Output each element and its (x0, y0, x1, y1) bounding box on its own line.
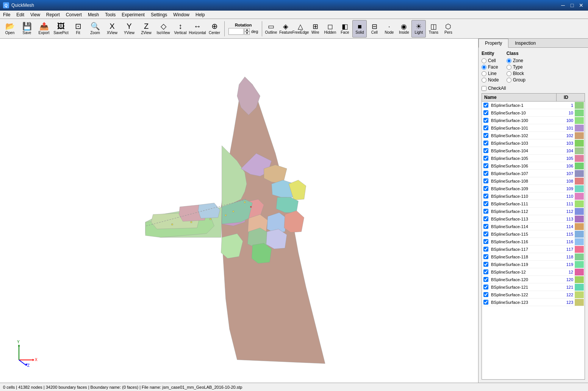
entity-checkbox[interactable] (483, 148, 488, 153)
entity-checkbox[interactable] (483, 262, 488, 267)
entity-row[interactable]: BSplineSurface-119 119 (482, 261, 585, 268)
entity-checkbox[interactable] (483, 231, 488, 236)
toolbar-btn-vertical[interactable]: ↕Vertical (172, 20, 189, 38)
close-button[interactable]: ✕ (577, 2, 585, 9)
toolbar-btn-fit[interactable]: ⊡Fit (70, 20, 86, 38)
toolbar-btn-isoview[interactable]: ◇IsoView (155, 20, 172, 38)
class-radio-zone[interactable] (507, 58, 511, 63)
class-radio-group[interactable] (507, 78, 511, 83)
entity-checkbox[interactable] (483, 125, 488, 130)
menu-item-report[interactable]: Report (43, 11, 63, 18)
view-btn-outline[interactable]: ▭Outline (264, 20, 278, 38)
class-option-block[interactable]: Block (507, 71, 525, 76)
entity-checkbox[interactable] (483, 178, 488, 183)
view-btn-inside[interactable]: ◉Inside (397, 20, 411, 38)
class-option-type[interactable]: Type (507, 64, 525, 70)
entity-checkbox-cell[interactable] (482, 103, 489, 108)
entity-checkbox-cell[interactable] (482, 141, 489, 145)
class-radio-type[interactable] (507, 65, 511, 70)
entity-row[interactable]: BSplineSurface-10 10 (482, 109, 585, 117)
panel-tab-property[interactable]: Property (479, 39, 508, 48)
entity-option-line[interactable]: Line (482, 71, 499, 76)
entity-checkbox[interactable] (483, 110, 488, 115)
toolbar-btn-xview[interactable]: XXView (104, 20, 120, 38)
entity-row[interactable]: BSplineSurface-110 110 (482, 192, 585, 200)
entity-row[interactable]: BSplineSurface-108 108 (482, 177, 585, 185)
rotation-spinners[interactable]: ▲ ▼ (244, 28, 250, 35)
entity-list[interactable]: BSplineSurface-1 1 BSplineSurface-10 10 … (482, 102, 585, 379)
entity-checkbox-cell[interactable] (482, 254, 489, 259)
entity-checkbox[interactable] (483, 209, 488, 214)
toolbar-btn-zview[interactable]: ZZView (138, 20, 155, 38)
minimize-button[interactable]: ─ (559, 2, 567, 9)
entity-checkbox[interactable] (483, 300, 488, 305)
class-option-group[interactable]: Group (507, 77, 525, 83)
entity-row[interactable]: BSplineSurface-121 121 (482, 283, 585, 291)
entity-checkbox[interactable] (483, 277, 488, 282)
entity-checkbox-cell[interactable] (482, 216, 489, 221)
menu-item-mesh[interactable]: Mesh (85, 11, 102, 18)
class-radio-block[interactable] (507, 71, 511, 76)
panel-tab-inspection[interactable]: Inspection (508, 39, 542, 48)
entity-row[interactable]: BSplineSurface-102 102 (482, 132, 585, 139)
entity-checkbox-cell[interactable] (482, 194, 489, 199)
entity-checkbox-cell[interactable] (482, 171, 489, 176)
entity-checkbox-cell[interactable] (482, 118, 489, 123)
entity-checkbox[interactable] (483, 216, 488, 221)
entity-checkbox[interactable] (483, 201, 488, 206)
entity-row[interactable]: BSplineSurface-112 112 (482, 208, 585, 215)
entity-checkbox[interactable] (483, 292, 488, 297)
rotation-down[interactable]: ▼ (244, 31, 250, 35)
entity-checkbox-cell[interactable] (482, 148, 489, 153)
entity-checkbox-cell[interactable] (482, 231, 489, 236)
entity-checkbox[interactable] (483, 163, 488, 168)
entity-row[interactable]: BSplineSurface-12 12 (482, 268, 585, 276)
entity-row[interactable]: BSplineSurface-117 117 (482, 246, 585, 253)
entity-checkbox-cell[interactable] (482, 186, 489, 191)
entity-checkbox-cell[interactable] (482, 269, 489, 274)
entity-option-face[interactable]: Face (482, 64, 499, 70)
entity-radio-node[interactable] (482, 78, 486, 83)
entity-checkbox[interactable] (483, 224, 488, 229)
entity-checkbox-cell[interactable] (482, 300, 489, 305)
entity-checkbox[interactable] (483, 285, 488, 289)
entity-row[interactable]: BSplineSurface-123 123 (482, 299, 585, 306)
view-btn-pers[interactable]: ⬡Pers (441, 20, 455, 38)
view-btn-light[interactable]: ☀Light (411, 20, 426, 38)
view-btn-cell[interactable]: ⊟Cell (367, 20, 382, 38)
maximize-button[interactable]: □ (568, 2, 576, 9)
toolbar-btn-center[interactable]: ⊕Center (206, 20, 223, 38)
entity-checkbox[interactable] (483, 156, 488, 161)
view-btn-node[interactable]: ·Node (382, 20, 396, 38)
entity-radio-line[interactable] (482, 71, 486, 76)
entity-option-cell[interactable]: Cell (482, 58, 499, 63)
entity-row[interactable]: BSplineSurface-105 105 (482, 155, 585, 162)
menu-item-help[interactable]: Help (192, 11, 208, 18)
entity-checkbox-cell[interactable] (482, 125, 489, 130)
entity-checkbox[interactable] (483, 247, 488, 252)
rotation-input[interactable]: 30 (228, 28, 244, 35)
entity-checkbox-cell[interactable] (482, 178, 489, 183)
entity-checkbox-cell[interactable] (482, 262, 489, 267)
entity-checkbox-cell[interactable] (482, 224, 489, 229)
entity-row[interactable]: BSplineSurface-114 114 (482, 223, 585, 230)
menu-item-view[interactable]: View (27, 11, 43, 18)
menu-item-convert[interactable]: Convert (63, 11, 85, 18)
entity-checkbox[interactable] (483, 194, 488, 199)
view-btn-wire[interactable]: ⊞Wire (308, 20, 322, 38)
view-btn-hidden[interactable]: ◻Hidden (323, 20, 337, 38)
entity-row[interactable]: BSplineSurface-120 120 (482, 276, 585, 283)
entity-row[interactable]: BSplineSurface-100 100 (482, 117, 585, 124)
menu-item-experiment[interactable]: Experiment (119, 11, 148, 18)
menu-item-edit[interactable]: Edit (13, 11, 27, 18)
entity-checkbox[interactable] (483, 141, 488, 145)
rotation-up[interactable]: ▲ (244, 28, 250, 31)
toolbar-btn-yview[interactable]: YYView (121, 20, 138, 38)
menu-item-file[interactable]: File (0, 11, 13, 18)
entity-checkbox-cell[interactable] (482, 209, 489, 214)
entity-checkbox[interactable] (483, 254, 488, 259)
entity-row[interactable]: BSplineSurface-101 101 (482, 124, 585, 132)
menu-item-window[interactable]: Window (170, 11, 192, 18)
entity-checkbox-cell[interactable] (482, 133, 489, 138)
entity-checkbox-cell[interactable] (482, 156, 489, 161)
